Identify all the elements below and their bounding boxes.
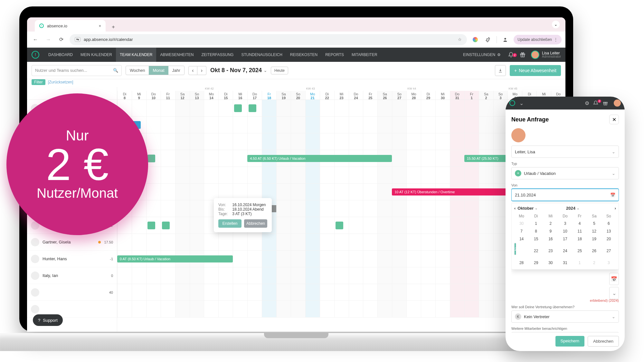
nav-abwesenheiten[interactable]: ABWESENHEITEN: [156, 48, 197, 62]
date-cell[interactable]: 2: [587, 259, 601, 267]
date-cell[interactable]: 23: [543, 243, 558, 259]
update-button[interactable]: Update abschließen ⋮: [514, 35, 562, 44]
date-cell[interactable]: 22: [529, 243, 543, 259]
absence-bar[interactable]: 4.50 AT (6.50 KT) Urlaub / Vacation: [247, 155, 392, 162]
date-rangeためpicker[interactable]: Okt 8 - Nov 7, 2024 ⌄: [210, 67, 267, 74]
date-cell[interactable]: 16: [543, 235, 558, 243]
employee-select[interactable]: Leiter, Lisa ⌄: [511, 146, 619, 158]
date-cell[interactable]: 13: [601, 227, 616, 235]
avatar[interactable]: [614, 100, 621, 107]
new-absence-button[interactable]: + Neue Abwesenheit: [510, 65, 561, 76]
calendar-icon[interactable]: 📅: [609, 273, 619, 285]
date-cell[interactable]: 19: [587, 235, 601, 243]
bell-icon[interactable]: 2: [593, 100, 600, 106]
absence-block[interactable]: [336, 222, 343, 229]
date-cell[interactable]: 18: [573, 235, 587, 243]
absence-bar[interactable]: 0 AT (8.50 KT) Urlaub / Vacation: [117, 255, 233, 262]
date-cell[interactable]: 25: [573, 243, 587, 259]
support-fab[interactable]: ? Support: [33, 314, 63, 326]
gift-icon[interactable]: [603, 100, 610, 106]
absence-block[interactable]: [249, 104, 256, 112]
nav-reports[interactable]: REPORTS: [321, 48, 348, 62]
nav-zeiterfassung[interactable]: ZEITERFASSUNG: [197, 48, 237, 62]
date-cell[interactable]: 3: [601, 259, 616, 267]
close-button[interactable]: ✕: [609, 115, 619, 124]
view-switcher[interactable]: WochenMonatJahr: [126, 66, 185, 75]
cancel-button[interactable]: Abbrechen: [588, 336, 619, 347]
next-period-button[interactable]: ›: [197, 66, 206, 75]
new-tab-button[interactable]: +: [109, 23, 118, 32]
prev-month-button[interactable]: ‹: [514, 206, 516, 211]
absence-block[interactable]: [234, 104, 242, 112]
date-cell[interactable]: 1: [573, 259, 587, 267]
bookmark-icon[interactable]: ☆: [458, 37, 462, 42]
view-jahr[interactable]: Jahr: [168, 66, 184, 75]
tab-dropdown[interactable]: ⌄: [552, 21, 560, 28]
chevron-down-icon[interactable]: ⌄: [609, 287, 619, 299]
user-menu[interactable]: Lisa Leiter Administrator: [531, 51, 561, 59]
employee-row[interactable]: Hunter, Hans-1: [27, 251, 117, 267]
date-cell[interactable]: 8: [529, 227, 543, 235]
nav-stundenausgleich[interactable]: STUNDENAUSGLEICH: [237, 48, 286, 62]
gift-icon[interactable]: [517, 52, 528, 58]
absence-block[interactable]: [147, 155, 155, 162]
extensions-icon[interactable]: [484, 35, 493, 44]
date-cell[interactable]: 7: [514, 227, 529, 235]
date-cell[interactable]: 10: [558, 227, 572, 235]
forward-icon[interactable]: →: [44, 35, 53, 44]
date-cell[interactable]: 6: [601, 220, 616, 227]
type-select[interactable]: + Urlaub / Vacation ⌄: [511, 167, 619, 179]
from-date-input[interactable]: 21.10.2024 📅: [511, 189, 619, 201]
date-cell[interactable]: 30: [543, 259, 558, 267]
date-cell[interactable]: 21: [514, 243, 516, 255]
nav-mitarbeiter[interactable]: MITARBEITER: [348, 48, 381, 62]
chevron-down-icon[interactable]: ⌄: [518, 100, 525, 106]
reload-icon[interactable]: ⟳: [57, 35, 66, 44]
nav-reisekosten[interactable]: REISEKOSTEN: [286, 48, 321, 62]
gear-icon[interactable]: ⚙: [583, 100, 591, 106]
date-cell[interactable]: 27: [601, 243, 616, 259]
date-cell[interactable]: 9: [543, 227, 558, 235]
absence-block[interactable]: [162, 222, 170, 229]
mobile-logo[interactable]: [509, 100, 515, 106]
address-bar[interactable]: ⇆ app.absence.io/#/calendar ☆: [70, 34, 467, 45]
date-cell[interactable]: 14: [514, 235, 529, 243]
nav-settings[interactable]: EINSTELLUNGEN ⚙: [459, 48, 505, 62]
date-cell[interactable]: 31: [558, 259, 572, 267]
date-cell[interactable]: 11: [573, 227, 587, 235]
nav-dashboard[interactable]: DASHBOARD: [44, 48, 77, 62]
profile-icon[interactable]: [501, 35, 510, 44]
view-monat[interactable]: Monat: [149, 66, 168, 75]
employee-row[interactable]: 40: [27, 284, 117, 301]
date-cell[interactable]: 20: [601, 235, 616, 243]
back-icon[interactable]: ←: [31, 35, 40, 44]
prev-period-button[interactable]: ‹: [188, 66, 197, 75]
employee-row[interactable]: Gartner, Gisela17.50: [27, 234, 117, 251]
absence-block[interactable]: [147, 222, 155, 229]
filter-reset[interactable]: [Zurücksetzen]: [48, 80, 73, 84]
date-cell[interactable]: 24: [558, 243, 572, 259]
ext-icon-1[interactable]: [471, 35, 480, 44]
date-cell[interactable]: 29: [529, 259, 543, 267]
site-info-icon[interactable]: ⇆: [75, 37, 80, 42]
nav-team-kalender[interactable]: TEAM KALENDER: [116, 48, 156, 62]
filter-chip[interactable]: Filter: [32, 79, 45, 85]
date-cell[interactable]: 12: [587, 227, 601, 235]
tooltip-create-button[interactable]: Erstellen: [218, 219, 242, 228]
view-wochen[interactable]: Wochen: [126, 66, 149, 75]
date-cell[interactable]: 5: [587, 220, 601, 227]
substitute-select[interactable]: K Kein Vertreter ⌄: [511, 310, 619, 323]
app-logo[interactable]: !: [32, 51, 39, 59]
date-cell[interactable]: 26: [587, 243, 601, 259]
employee-row[interactable]: Italy, Ian0: [27, 267, 117, 284]
date-cell[interactable]: 30: [514, 220, 529, 227]
tooltip-cancel-button[interactable]: Abbrechen: [244, 219, 267, 228]
bell-icon[interactable]: 2: [506, 52, 516, 58]
today-button[interactable]: Heute: [271, 67, 288, 74]
download-button[interactable]: [495, 65, 506, 76]
date-cell[interactable]: 3: [558, 220, 572, 227]
date-cell[interactable]: 28: [514, 259, 529, 267]
next-month-button[interactable]: ›: [615, 206, 616, 211]
date-cell[interactable]: 17: [558, 235, 572, 243]
save-button[interactable]: Speichern: [555, 336, 585, 347]
